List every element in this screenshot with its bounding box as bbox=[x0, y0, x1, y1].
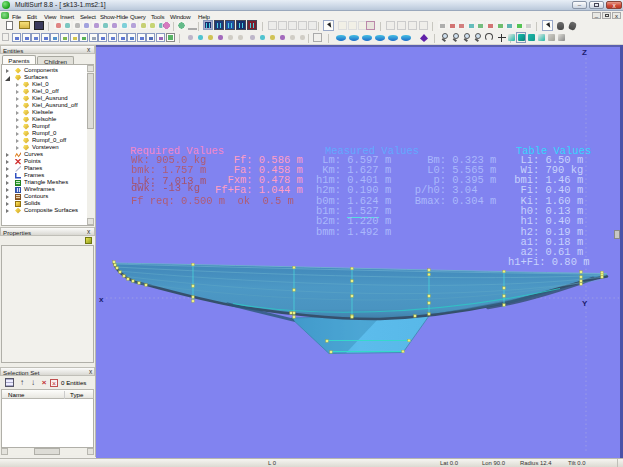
svg-text:x: x bbox=[99, 295, 104, 304]
svg-text:Z: Z bbox=[582, 48, 587, 57]
svg-text:Y: Y bbox=[582, 299, 588, 308]
